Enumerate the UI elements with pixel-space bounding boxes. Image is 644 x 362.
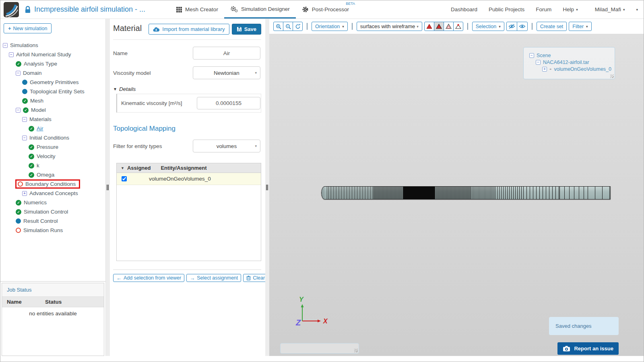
tree-item-domain[interactable]: − Domain <box>3 68 105 78</box>
tree-item-materials[interactable]: − Materials <box>3 115 105 124</box>
nav-help-menu[interactable]: Help ▾ <box>563 6 578 12</box>
kinematic-viscosity-input[interactable] <box>197 97 260 109</box>
resize-handle-icon[interactable] <box>610 74 614 78</box>
tree-item-omega[interactable]: Omega <box>3 170 105 179</box>
tab-simulation-designer[interactable]: Simulation Designer <box>224 0 296 19</box>
panel-splitter[interactable] <box>106 19 110 356</box>
app-window: Incmpressible airfoil simulation - ... M… <box>0 0 644 362</box>
viewer-message-box[interactable] <box>280 343 359 354</box>
mesh-display-surface-wireframe-button[interactable] <box>434 22 444 31</box>
tree-item-boundary-conditions[interactable]: Boundary Conditions <box>3 179 105 189</box>
details-toggle[interactable]: ▼ Details <box>113 86 261 92</box>
table-row[interactable]: volumeOnGeoVolumes_0 <box>117 173 261 185</box>
filter-dropdown[interactable]: Filter ▾ <box>569 22 591 31</box>
entity-dot-icon <box>22 80 27 85</box>
tree-item-model[interactable]: − Model <box>3 105 105 115</box>
report-issue-button[interactable]: Report an issue <box>557 342 619 355</box>
assigned-checkbox[interactable] <box>122 176 127 181</box>
tree-item-simulation-control[interactable]: Simulation Control <box>3 207 105 216</box>
refresh-view-button[interactable] <box>293 22 303 31</box>
panel-splitter[interactable] <box>265 19 269 356</box>
assigned-column-header[interactable]: Assigned <box>127 165 151 171</box>
import-material-library-button[interactable]: Import from material library <box>149 24 229 35</box>
tree-item-simulations[interactable]: − Simulations <box>3 41 105 50</box>
tree-item-k[interactable]: k <box>3 161 105 170</box>
gears-icon <box>230 6 238 12</box>
tree-item-velocity[interactable]: Velocity <box>3 152 105 161</box>
saved-changes-toast: Saved changes <box>549 317 619 335</box>
tab-mesh-creator[interactable]: Mesh Creator <box>170 0 224 19</box>
simulation-tree: − Simulations − Airfoil Numerical Study … <box>0 35 105 281</box>
tab-post-processor[interactable]: Post-Processor BETA <box>296 0 355 19</box>
zoom-out-button[interactable] <box>283 22 293 31</box>
tree-item-simulation-runs[interactable]: Simulation Runs <box>3 226 105 235</box>
tree-item-mesh[interactable]: Mesh <box>3 96 105 105</box>
nav-public-projects[interactable]: Public Projects <box>489 6 524 12</box>
collapse-icon[interactable]: − <box>16 71 21 76</box>
save-button[interactable]: Save <box>232 24 261 35</box>
mesh-display-wireframe-button[interactable] <box>444 22 454 31</box>
job-status-title: Job Status <box>2 283 104 297</box>
extra-menu[interactable]: ▾ <box>636 8 638 12</box>
entity-name: volumeOnGeoVolumes_0 <box>149 176 211 182</box>
scene-tree-root[interactable]: − Scene <box>529 53 611 58</box>
magnifier-plus-icon <box>276 24 281 29</box>
collapse-icon[interactable]: − <box>529 53 534 58</box>
splitter-grip-icon <box>107 185 109 190</box>
add-selection-from-viewer-button[interactable]: ← Add selection from viewer <box>113 274 184 282</box>
selection-dropdown[interactable]: Selection ▾ <box>472 22 504 31</box>
collapse-icon[interactable]: − <box>3 43 8 48</box>
viscosity-model-select[interactable]: Newtonian ▾ <box>193 66 260 79</box>
tree-item-result-control[interactable]: Result Control <box>3 216 105 226</box>
job-name-header: Name <box>7 299 45 305</box>
chevron-down-icon: ▾ <box>623 8 625 12</box>
details-section: Kinematic viscosity [m²/s] <box>116 94 261 113</box>
tree-item-airfoil-numerical-study[interactable]: − Airfoil Numerical Study <box>3 50 105 59</box>
nav-dashboard[interactable]: Dashboard <box>451 6 477 12</box>
select-assignment-button[interactable]: → Select assignment <box>186 274 241 282</box>
tree-item-advanced-concepts[interactable]: + Advanced Concepts <box>3 189 105 198</box>
scene-tree-volume[interactable]: + volumeOnGeoVolumes_0 <box>542 66 611 72</box>
mesh-display-solid-button[interactable] <box>424 22 434 31</box>
entity-type-filter-select[interactable]: volumes ▾ <box>193 140 260 152</box>
orientation-dropdown[interactable]: Orientation ▾ <box>312 22 348 31</box>
user-menu[interactable]: Milad_Mafi ▾ <box>595 6 625 12</box>
tree-item-geometry-primitives[interactable]: Geometry Primitives <box>3 78 105 87</box>
show-selection-button[interactable] <box>517 22 528 31</box>
resize-handle-icon[interactable] <box>354 349 358 352</box>
viscosity-model-label: Viscosity model <box>113 70 193 76</box>
material-name-input[interactable] <box>193 47 260 60</box>
tree-item-analysis-type[interactable]: Analysis Type <box>3 59 105 68</box>
collapse-icon[interactable]: − <box>22 136 27 140</box>
mesh-display-points-button[interactable] <box>453 22 463 31</box>
render-mode-select[interactable]: surfaces with wireframe ▾ <box>357 22 422 31</box>
new-simulation-button[interactable]: + New simulation <box>4 23 52 33</box>
scene-tree-geometry[interactable]: − NACA6412-airfoil.tar <box>536 60 611 65</box>
tree-item-air[interactable]: Air <box>3 124 105 133</box>
viewer-canvas[interactable]: − Scene − NACA6412-airfoil.tar + volumeO <box>269 34 644 356</box>
entity-column-header[interactable]: Entity/Assignment <box>161 165 206 171</box>
sort-triangle-icon[interactable]: ▼ <box>121 166 124 170</box>
tree-item-initial-conditions[interactable]: − Initial Conditions <box>3 133 105 142</box>
nav-forum[interactable]: Forum <box>536 6 551 12</box>
tree-item-pressure[interactable]: Pressure <box>3 142 105 152</box>
simscale-logo-icon <box>4 2 19 17</box>
trash-icon <box>246 276 251 280</box>
tree-item-numerics[interactable]: Numerics <box>3 198 105 207</box>
airfoil-mesh-model[interactable] <box>321 186 611 200</box>
zoom-in-button[interactable] <box>273 22 283 31</box>
create-set-button[interactable]: Create set <box>537 22 567 31</box>
clear-button[interactable]: Clear <box>243 274 265 282</box>
expand-icon[interactable]: + <box>22 191 27 196</box>
tree-item-topological-entity-sets[interactable]: Topological Entity Sets <box>3 87 105 96</box>
divider <box>113 269 261 270</box>
expand-icon[interactable]: + <box>542 67 547 72</box>
collapse-icon[interactable]: − <box>22 117 27 122</box>
entity-dot-icon <box>22 89 27 94</box>
collapse-icon[interactable]: − <box>536 60 541 65</box>
collapse-icon[interactable]: − <box>16 108 21 113</box>
eye-icon[interactable] <box>549 67 552 71</box>
check-icon <box>16 209 21 215</box>
hide-selection-button[interactable] <box>506 22 517 31</box>
collapse-icon[interactable]: − <box>9 52 14 57</box>
